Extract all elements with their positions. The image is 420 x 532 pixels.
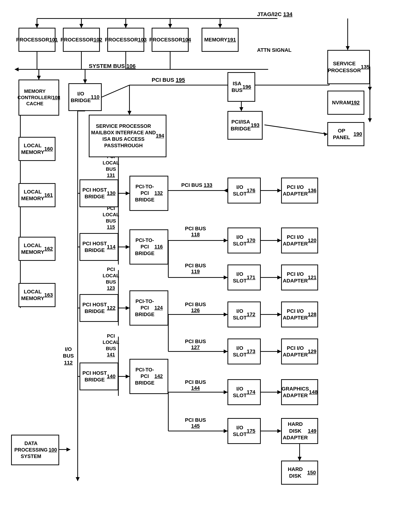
graphics-adapter-148-box: GRAPHICSADAPTER148 (281, 379, 318, 405)
pci-local-bus-141-label: PCILOCALBUS141 (103, 333, 119, 358)
pci-to-pci-bridge-116-box: PCI-TO-PCIBRIDGE116 (129, 229, 168, 264)
service-processor-135-box: SERVICEPROCESSOR135 (327, 50, 370, 84)
svg-marker-28 (128, 111, 131, 115)
attn-signal-label: ATTN SIGNAL (257, 47, 291, 53)
svg-marker-101 (224, 390, 227, 394)
svg-marker-71 (126, 245, 129, 249)
svg-marker-75 (277, 239, 281, 242)
memory-191-box: MEMORY191 (202, 28, 239, 52)
pci-io-adapter-136-box: PCI I/OADAPTER136 (281, 178, 318, 203)
svg-marker-20 (37, 76, 41, 79)
io-slot-176-box: I/OSLOT176 (227, 178, 261, 203)
svg-marker-103 (277, 390, 281, 394)
local-memory-162-box: LOCALMEMORY162 (18, 237, 56, 261)
svg-marker-114 (67, 448, 70, 451)
svg-marker-32 (240, 107, 243, 111)
isa-bus-196-box: ISABUS196 (227, 72, 255, 102)
hard-disk-adapter-149-box: HARD DISKADAPTER149 (281, 418, 318, 444)
pci-bus-127-label: PCI BUS127 (185, 338, 206, 350)
svg-marker-79 (277, 276, 281, 279)
pci-local-bus-115-label: PCILOCALBUS115 (103, 205, 119, 230)
pci-host-bridge-130-box: PCI HOSTBRIDGE130 (79, 180, 118, 207)
svg-marker-73 (224, 239, 227, 242)
pci-to-pci-bridge-142-box: PCI-TO-PCIBRIDGE142 (129, 359, 168, 394)
svg-marker-22 (83, 79, 87, 83)
io-slot-170-box: I/OSLOT170 (227, 228, 261, 253)
nvram-192-box: NVRAM192 (327, 91, 364, 115)
memory-controller-108-box: MEMORYCONTROLLER/CACHE108 (18, 79, 59, 116)
processor-102-box: PROCESSOR102 (63, 28, 100, 52)
pci-isa-bridge-193-box: PCI/ISABRIDGE193 (227, 111, 263, 140)
pci-io-adapter-120-box: PCI I/OADAPTER120 (281, 228, 318, 253)
svg-marker-39 (324, 132, 327, 136)
data-processing-system-100-box: DATA PROCESSINGSYSTEM100 (11, 435, 59, 465)
svg-line-38 (264, 125, 327, 134)
local-memory-163-box: LOCALMEMORY163 (18, 283, 56, 307)
processor-103-box: PROCESSOR103 (107, 28, 144, 52)
pci-bus-145-label: PCI BUS145 (185, 417, 206, 429)
svg-marker-89 (277, 313, 281, 316)
svg-marker-93 (277, 350, 281, 353)
svg-marker-60 (224, 189, 227, 192)
processor-101-box: PROCESSOR101 (18, 28, 56, 52)
pci-io-adapter-121-box: PCI I/OADAPTER121 (281, 264, 318, 290)
hard-disk-150-box: HARD DISK150 (281, 461, 318, 485)
io-slot-173-box: I/OSLOT173 (227, 338, 261, 365)
pci-host-bridge-140-box: PCI HOSTBRIDGE140 (79, 363, 118, 390)
pci-bus-144-label: PCI BUS144 (185, 379, 206, 391)
pci-bus-119-label: PCI BUS119 (185, 263, 206, 274)
svg-marker-62 (277, 189, 281, 192)
svg-marker-87 (224, 313, 227, 316)
svg-marker-77 (224, 276, 227, 279)
svg-marker-13 (346, 46, 349, 50)
diagram-container: JTAG/I2C 134 SYSTEM BUS 106 PCI BUS 195 … (0, 0, 420, 532)
pci-local-bus-123-label: PCILOCALBUS123 (103, 266, 119, 291)
svg-marker-99 (126, 375, 129, 378)
pci-bus-133-label: PCI BUS 133 (181, 182, 212, 188)
pci-bus-126-label: PCI BUS126 (185, 302, 206, 313)
pci-to-pci-bridge-124-box: PCI-TO-PCIBRIDGE124 (129, 290, 168, 326)
io-slot-175-box: I/OSLOT175 (227, 418, 261, 444)
svg-marker-110 (298, 457, 301, 461)
svg-marker-105 (224, 429, 227, 433)
io-slot-172-box: I/OSLOT172 (227, 302, 261, 327)
io-bridge-110-box: I/OBRIDGE110 (68, 83, 102, 111)
svg-marker-85 (126, 306, 129, 310)
pci-local-bus-131-label: PCILOCALBUS131 (103, 153, 119, 179)
processor-104-box: PROCESSOR104 (152, 28, 189, 52)
svg-line-26 (102, 85, 129, 97)
op-panel-190-box: OP PANEL190 (327, 122, 364, 146)
io-bus-112-label: I/OBUS112 (63, 346, 74, 366)
local-memory-161-box: LOCALMEMORY161 (18, 183, 56, 207)
pci-io-adapter-129-box: PCI I/OADAPTER129 (281, 338, 318, 365)
svg-marker-24 (15, 68, 18, 71)
svg-marker-6 (124, 24, 128, 28)
svg-marker-35 (368, 87, 372, 91)
io-slot-171-box: I/OSLOT171 (227, 264, 261, 290)
svg-marker-37 (368, 118, 372, 122)
pci-bus-195-label: PCI BUS 195 (152, 77, 185, 83)
pci-host-bridge-114-box: PCI HOSTBRIDGE114 (79, 233, 118, 261)
io-slot-174-box: I/OSLOT174 (227, 379, 261, 405)
local-memory-160-box: LOCALMEMORY160 (18, 137, 56, 161)
svg-marker-107 (277, 429, 281, 433)
pci-bus-118-label: PCI BUS118 (185, 226, 206, 238)
svg-marker-4 (79, 24, 83, 28)
system-bus-label: SYSTEM BUS 106 (89, 63, 135, 69)
jtag-i2c-label: JTAG/I2C 134 (257, 11, 292, 17)
svg-marker-112 (76, 477, 79, 481)
svg-marker-57 (126, 191, 129, 195)
svg-marker-91 (224, 350, 227, 353)
pci-io-adapter-128-box: PCI I/OADAPTER128 (281, 302, 318, 327)
svg-marker-8 (168, 24, 172, 28)
svg-marker-10 (218, 24, 222, 28)
pci-to-pci-bridge-132-box: PCI-TO-PCIBRIDGE132 (129, 176, 168, 211)
sp-mailbox-194-box: SERVICE PROCESSORMAILBOX INTERFACE ANDIS… (89, 115, 166, 157)
pci-host-bridge-122-box: PCI HOSTBRIDGE122 (79, 294, 118, 322)
svg-marker-2 (35, 24, 39, 28)
